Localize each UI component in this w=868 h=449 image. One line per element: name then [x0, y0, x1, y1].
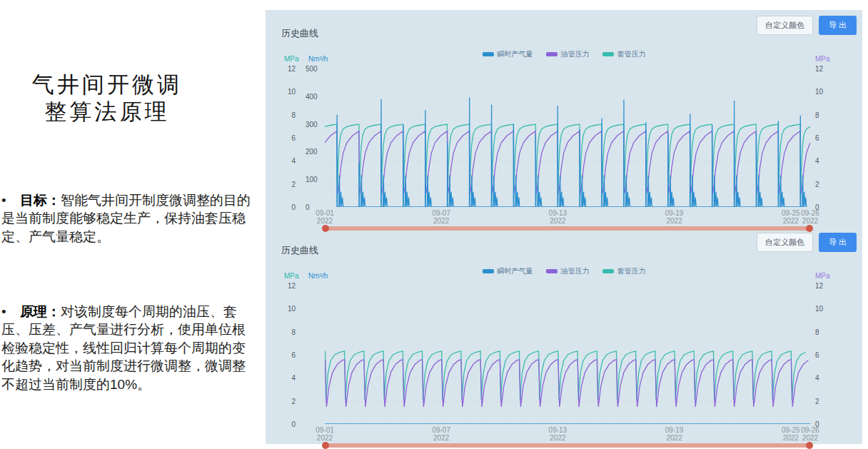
legend-item[interactable]: 油管压力: [546, 266, 590, 276]
x-axis-label: 09-01 2022: [316, 209, 334, 225]
axis-tick: 12: [815, 282, 834, 290]
axis-tick: 6: [815, 134, 834, 142]
axis-tick: 6: [291, 134, 296, 142]
legend-label: 瞬时产气量: [498, 266, 533, 276]
series-line: [325, 360, 808, 407]
custom-color-button[interactable]: 自定义颜色: [757, 233, 813, 252]
left-mpa-ticks: 121086420: [276, 65, 296, 211]
left-nm-unit: Nm³/h: [308, 55, 328, 63]
legend-label: 油管压力: [561, 49, 590, 59]
time-range-slider[interactable]: [325, 442, 810, 449]
history-curve-panel: 自定义颜色 导 出 历史曲线 瞬时产气量油管压力套管压力 MPa Nm³/h M…: [266, 10, 862, 444]
chart-plot: [325, 69, 810, 207]
slider-track[interactable]: [325, 443, 810, 448]
legend: 瞬时产气量油管压力套管压力: [266, 266, 862, 276]
axis-tick: 4: [291, 157, 296, 165]
slide: 气井间开微调 整算法原理 •目标：智能气井间开制度微调整的目的是当前制度能够稳定…: [0, 0, 868, 449]
legend-swatch: [483, 269, 494, 273]
bullet-glyph: •: [1, 303, 20, 321]
chart-plot: [325, 286, 810, 424]
axis-tick: 4: [815, 374, 834, 382]
history-curve-card-bottom: 自定义颜色 导 出 历史曲线 瞬时产气量油管压力套管压力 MPa Nm³/h M…: [266, 227, 862, 444]
right-mpa-unit: MPa: [815, 272, 830, 280]
x-axis-labels: 09-01 202209-07 202209-13 202209-19 2022…: [325, 209, 810, 226]
axis-tick: 0: [291, 420, 296, 428]
bullet-principle: •原理：对该制度每个周期的油压、套压、压差、产气量进行分析，使用单位根检验稳定性…: [1, 303, 258, 393]
axis-tick: 8: [815, 328, 834, 336]
left-nm-ticks: 5004003002001000: [306, 65, 324, 211]
left-mpa-ticks: 121086420: [276, 282, 296, 428]
legend-item[interactable]: 油管压力: [546, 49, 590, 59]
axis-tick: 10: [815, 88, 834, 96]
chart-canvas: [325, 286, 810, 424]
right-mpa-ticks: 121086420: [815, 65, 834, 211]
series-line: [325, 124, 810, 201]
slide-text-column: 气井间开微调 整算法原理 •目标：智能气井间开制度微调整的目的是当前制度能够稳定…: [0, 0, 266, 449]
axis-tick: 300: [306, 121, 324, 128]
x-axis-label: 09-13 2022: [549, 209, 567, 225]
legend-swatch: [602, 52, 614, 56]
axis-tick: 2: [291, 181, 296, 188]
axis-tick: 8: [291, 111, 296, 119]
axis-tick: 0: [291, 203, 296, 211]
axis-tick: 4: [815, 157, 834, 165]
legend-swatch: [546, 52, 557, 56]
slide-title: 气井间开微调 整算法原理: [0, 71, 214, 126]
axis-tick: 100: [306, 176, 324, 183]
axis-tick: 8: [815, 111, 834, 119]
bullet-glyph: •: [1, 191, 20, 209]
axis-tick: 2: [815, 398, 834, 405]
legend-label: 油管压力: [561, 266, 590, 276]
chart-canvas: [325, 69, 810, 207]
slide-title-line1: 气井间开微调: [0, 71, 214, 99]
axis-tick: 6: [815, 351, 834, 359]
axis-tick: 12: [288, 282, 296, 290]
axis-tick: 6: [291, 351, 296, 359]
x-axis-label: 09-25 2022: [782, 209, 800, 225]
axis-tick: 400: [306, 93, 324, 101]
left-mpa-unit: MPa: [284, 272, 299, 280]
axis-tick: 8: [291, 328, 296, 336]
left-mpa-unit: MPa: [284, 55, 299, 63]
x-axis-label: 09-07 2022: [432, 426, 450, 442]
right-mpa-ticks: 121086420: [815, 282, 834, 428]
x-axis-label: 09-19 2022: [665, 209, 684, 225]
legend: 瞬时产气量油管压力套管压力: [266, 49, 862, 59]
bullet-goal-label: 目标：: [20, 193, 61, 208]
legend-swatch: [483, 52, 494, 56]
axis-tick: 2: [815, 181, 834, 188]
custom-color-button[interactable]: 自定义颜色: [757, 16, 813, 35]
export-button[interactable]: 导 出: [819, 233, 857, 252]
slide-title-line2: 整算法原理: [0, 99, 214, 126]
left-nm-unit: Nm³/h: [308, 272, 328, 280]
legend-label: 套管压力: [617, 266, 646, 276]
legend-item[interactable]: 瞬时产气量: [483, 266, 533, 276]
axis-tick: 4: [291, 374, 296, 382]
legend-swatch: [546, 269, 557, 273]
axis-tick: 500: [306, 65, 324, 73]
history-curve-card-top: 自定义颜色 导 出 历史曲线 瞬时产气量油管压力套管压力 MPa Nm³/h M…: [266, 10, 862, 227]
x-axis-label: 09-19 2022: [665, 426, 684, 442]
axis-tick: 12: [288, 65, 296, 73]
card-title: 历史曲线: [281, 244, 318, 257]
axis-tick: 200: [306, 148, 324, 156]
legend-label: 套管压力: [617, 49, 646, 59]
slider-handle-left[interactable]: [322, 442, 329, 449]
legend-item[interactable]: 套管压力: [602, 49, 646, 59]
x-axis-label: 09-01 2022: [316, 426, 334, 442]
slider-handle-right[interactable]: [806, 442, 813, 449]
legend-swatch: [602, 269, 614, 273]
right-mpa-unit: MPa: [815, 55, 830, 63]
export-button[interactable]: 导 出: [819, 16, 857, 35]
axis-tick: 10: [288, 305, 296, 313]
legend-item[interactable]: 套管压力: [602, 266, 646, 276]
card-title: 历史曲线: [281, 27, 318, 40]
x-axis-label: 09-26 2022: [801, 209, 819, 225]
legend-item[interactable]: 瞬时产气量: [483, 49, 533, 59]
legend-label: 瞬时产气量: [498, 49, 533, 59]
x-axis-label: 09-25 2022: [782, 426, 800, 442]
x-axis-label: 09-07 2022: [432, 209, 450, 225]
axis-tick: 10: [815, 305, 834, 313]
axis-tick: 10: [288, 88, 296, 96]
bullet-principle-label: 原理：: [20, 304, 61, 319]
